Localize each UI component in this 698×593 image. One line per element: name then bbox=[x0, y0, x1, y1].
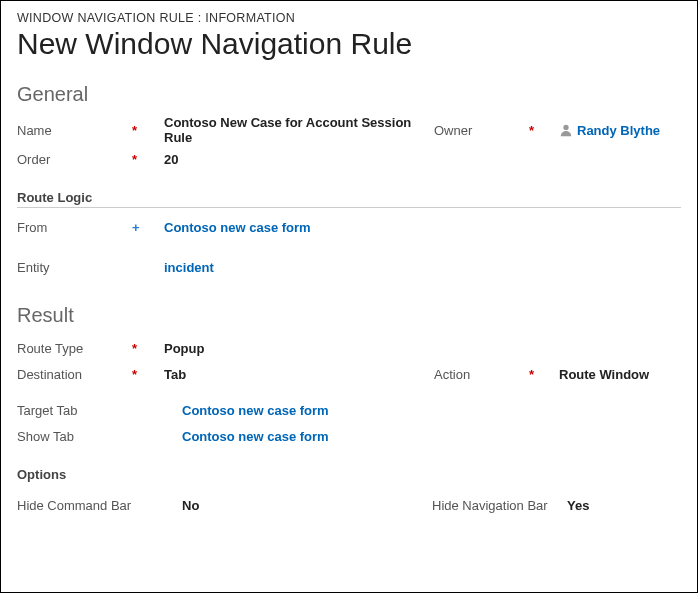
subsection-route-logic-title: Route Logic bbox=[17, 190, 681, 208]
subsection-options-title: Options bbox=[17, 467, 681, 484]
required-star-icon: * bbox=[132, 152, 137, 167]
row-target-tab: Target Tab Contoso new case form bbox=[17, 397, 681, 423]
value-owner[interactable]: Randy Blythe bbox=[559, 123, 681, 138]
label-target-tab: Target Tab bbox=[17, 403, 182, 418]
value-hide-command-bar[interactable]: No bbox=[182, 498, 432, 513]
label-action: Action bbox=[434, 367, 529, 382]
value-from[interactable]: Contoso new case form bbox=[164, 220, 434, 235]
required-star-icon: * bbox=[529, 367, 534, 382]
row-show-tab: Show Tab Contoso new case form bbox=[17, 423, 681, 449]
value-entity[interactable]: incident bbox=[164, 260, 434, 275]
label-name: Name bbox=[17, 123, 132, 138]
row-order: Order * 20 bbox=[17, 146, 681, 172]
section-general-title: General bbox=[17, 83, 681, 106]
row-destination: Destination * Tab Action * Route Window bbox=[17, 361, 681, 387]
label-order: Order bbox=[17, 152, 132, 167]
row-name: Name * Contoso New Case for Account Sess… bbox=[17, 114, 681, 146]
label-hide-nav-bar: Hide Navigation Bar bbox=[432, 498, 567, 513]
value-route-type[interactable]: Popup bbox=[164, 341, 434, 356]
page-title: New Window Navigation Rule bbox=[17, 27, 681, 61]
value-target-tab[interactable]: Contoso new case form bbox=[182, 403, 329, 418]
row-from: From + Contoso new case form bbox=[17, 216, 681, 256]
label-destination: Destination bbox=[17, 367, 132, 382]
label-from: From bbox=[17, 220, 132, 235]
svg-point-0 bbox=[563, 125, 568, 130]
value-action[interactable]: Route Window bbox=[559, 367, 681, 382]
label-route-type: Route Type bbox=[17, 341, 132, 356]
value-order[interactable]: 20 bbox=[164, 152, 434, 167]
row-route-type: Route Type * Popup bbox=[17, 335, 681, 361]
section-result-title: Result bbox=[17, 304, 681, 327]
person-icon bbox=[559, 123, 573, 137]
recommended-plus-icon: + bbox=[132, 220, 140, 235]
label-owner: Owner bbox=[434, 123, 529, 138]
owner-name-link[interactable]: Randy Blythe bbox=[577, 123, 660, 138]
value-destination[interactable]: Tab bbox=[164, 367, 434, 382]
required-star-icon: * bbox=[529, 123, 534, 138]
required-star-icon: * bbox=[132, 367, 137, 382]
value-show-tab[interactable]: Contoso new case form bbox=[182, 429, 329, 444]
value-name[interactable]: Contoso New Case for Account Session Rul… bbox=[164, 115, 434, 145]
required-star-icon: * bbox=[132, 341, 137, 356]
breadcrumb: WINDOW NAVIGATION RULE : INFORMATION bbox=[17, 11, 681, 25]
required-star-icon: * bbox=[132, 123, 137, 138]
row-options: Hide Command Bar No Hide Navigation Bar … bbox=[17, 492, 681, 518]
value-hide-nav-bar[interactable]: Yes bbox=[567, 498, 681, 513]
row-entity: Entity incident bbox=[17, 256, 681, 296]
label-hide-command-bar: Hide Command Bar bbox=[17, 498, 182, 513]
label-entity: Entity bbox=[17, 260, 132, 275]
label-show-tab: Show Tab bbox=[17, 429, 182, 444]
